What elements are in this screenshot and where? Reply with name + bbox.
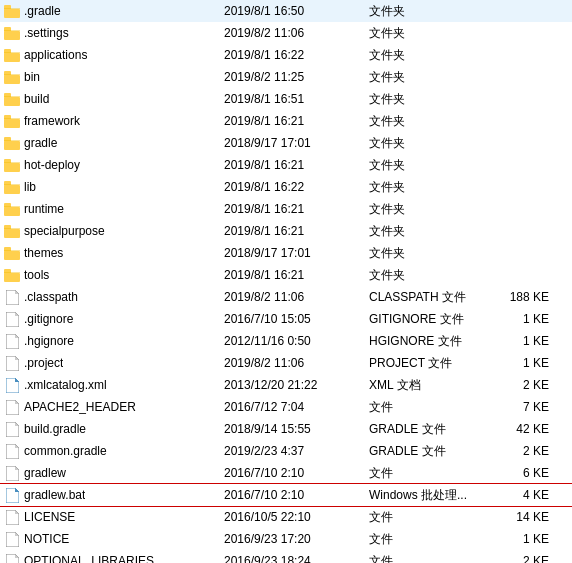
- svg-rect-24: [4, 185, 20, 194]
- file-date: 2019/8/1 16:21: [224, 158, 369, 172]
- file-name: .gradle: [24, 4, 61, 18]
- table-row[interactable]: common.gradle2019/2/23 4:37GRADLE 文件2 KE: [0, 440, 572, 462]
- file-type: CLASSPATH 文件: [369, 289, 489, 306]
- file-name: .hgignore: [24, 334, 74, 348]
- file-name: LICENSE: [24, 510, 75, 524]
- table-row[interactable]: build.gradle2018/9/14 15:55GRADLE 文件42 K…: [0, 418, 572, 440]
- svg-rect-30: [4, 229, 20, 238]
- table-row[interactable]: gradlew.bat2016/7/10 2:10Windows 批处理...4…: [0, 484, 572, 506]
- table-row[interactable]: .gradle2019/8/1 16:50文件夹: [0, 0, 572, 22]
- file-date: 2019/8/2 11:06: [224, 26, 369, 40]
- table-row[interactable]: .settings2019/8/2 11:06文件夹: [0, 22, 572, 44]
- svg-rect-7: [4, 49, 11, 54]
- file-date: 2016/7/12 7:04: [224, 400, 369, 414]
- file-name: gradle: [24, 136, 57, 150]
- file-name: common.gradle: [24, 444, 107, 458]
- table-row[interactable]: .hgignore2012/11/16 0:50HGIGNORE 文件1 KE: [0, 330, 572, 352]
- folder-icon: [4, 267, 20, 283]
- table-row[interactable]: lib2019/8/1 16:22文件夹: [0, 176, 572, 198]
- folder-icon: [4, 47, 20, 63]
- file-size: 2 KE: [489, 378, 549, 392]
- file-type: 文件夹: [369, 201, 489, 218]
- file-icon: [4, 311, 20, 327]
- file-type: XML 文档: [369, 377, 489, 394]
- svg-rect-23: [4, 162, 20, 163]
- table-row[interactable]: bin2019/8/2 11:25文件夹: [0, 66, 572, 88]
- svg-rect-3: [4, 31, 20, 40]
- table-row[interactable]: gradlew2016/7/10 2:10文件6 KE: [0, 462, 572, 484]
- table-row[interactable]: runtime2019/8/1 16:21文件夹: [0, 198, 572, 220]
- svg-rect-15: [4, 119, 20, 128]
- table-row[interactable]: build2019/8/1 16:51文件夹: [0, 88, 572, 110]
- file-name: specialpurpose: [24, 224, 105, 238]
- table-row[interactable]: .classpath2019/8/2 11:06CLASSPATH 文件188 …: [0, 286, 572, 308]
- file-type: 文件: [369, 509, 489, 526]
- table-row[interactable]: APACHE2_HEADER2016/7/12 7:04文件7 KE: [0, 396, 572, 418]
- folder-icon: [4, 179, 20, 195]
- table-row[interactable]: specialpurpose2019/8/1 16:21文件夹: [0, 220, 572, 242]
- file-date: 2016/7/10 2:10: [224, 466, 369, 480]
- file-name: .settings: [24, 26, 69, 40]
- table-row[interactable]: .gitignore2016/7/10 15:05GITIGNORE 文件1 K…: [0, 308, 572, 330]
- table-row[interactable]: LICENSE2016/10/5 22:10文件14 KE: [0, 506, 572, 528]
- svg-rect-22: [4, 159, 11, 164]
- svg-rect-4: [4, 27, 11, 32]
- file-date: 2019/8/1 16:21: [224, 224, 369, 238]
- svg-rect-19: [4, 137, 11, 142]
- table-row[interactable]: gradle2018/9/17 17:01文件夹: [0, 132, 572, 154]
- file-size: 4 KE: [489, 488, 549, 502]
- file-size: 1 KE: [489, 532, 549, 546]
- file-type: 文件夹: [369, 179, 489, 196]
- folder-icon: [4, 223, 20, 239]
- svg-rect-21: [4, 163, 20, 172]
- file-name: build.gradle: [24, 422, 86, 436]
- file-type: 文件: [369, 399, 489, 416]
- file-size: 1 KE: [489, 334, 549, 348]
- svg-rect-11: [4, 74, 20, 75]
- file-type: GITIGNORE 文件: [369, 311, 489, 328]
- file-type: 文件夹: [369, 135, 489, 152]
- table-row[interactable]: tools2019/8/1 16:21文件夹: [0, 264, 572, 286]
- file-name: APACHE2_HEADER: [24, 400, 136, 414]
- file-type: HGIGNORE 文件: [369, 333, 489, 350]
- table-row[interactable]: NOTICE2016/9/23 17:20文件1 KE: [0, 528, 572, 550]
- folder-icon: [4, 157, 20, 173]
- file-date: 2018/9/17 17:01: [224, 246, 369, 260]
- svg-rect-34: [4, 247, 11, 252]
- table-row[interactable]: framework2019/8/1 16:21文件夹: [0, 110, 572, 132]
- table-row[interactable]: .project2019/8/2 11:06PROJECT 文件1 KE: [0, 352, 572, 374]
- file-type: 文件夹: [369, 25, 489, 42]
- file-type: 文件夹: [369, 47, 489, 64]
- svg-rect-32: [4, 228, 20, 229]
- svg-rect-8: [4, 52, 20, 53]
- svg-rect-36: [4, 273, 20, 282]
- file-type: 文件夹: [369, 157, 489, 174]
- file-size: 2 KE: [489, 554, 549, 563]
- file-date: 2012/11/16 0:50: [224, 334, 369, 348]
- table-row[interactable]: .xmlcatalog.xml2013/12/20 21:22XML 文档2 K…: [0, 374, 572, 396]
- file-name: applications: [24, 48, 87, 62]
- file-name: OPTIONAL_LIBRARIES: [24, 554, 154, 563]
- file-name: themes: [24, 246, 63, 260]
- file-date: 2016/10/5 22:10: [224, 510, 369, 524]
- svg-rect-35: [4, 250, 20, 251]
- file-name: lib: [24, 180, 36, 194]
- file-name: hot-deploy: [24, 158, 80, 172]
- file-icon: [4, 531, 20, 547]
- table-row[interactable]: OPTIONAL_LIBRARIES2016/9/23 18:24文件2 KE: [0, 550, 572, 563]
- svg-rect-1: [4, 5, 11, 10]
- file-date: 2013/12/20 21:22: [224, 378, 369, 392]
- file-size: 188 KE: [489, 290, 549, 304]
- file-icon: [4, 399, 20, 415]
- file-date: 2016/9/23 18:24: [224, 554, 369, 563]
- file-date: 2019/8/1 16:22: [224, 180, 369, 194]
- folder-icon: [4, 245, 20, 261]
- table-row[interactable]: themes2018/9/17 17:01文件夹: [0, 242, 572, 264]
- file-date: 2019/8/1 16:51: [224, 92, 369, 106]
- file-date: 2019/2/23 4:37: [224, 444, 369, 458]
- file-name: .xmlcatalog.xml: [24, 378, 107, 392]
- table-row[interactable]: applications2019/8/1 16:22文件夹: [0, 44, 572, 66]
- file-name: gradlew.bat: [24, 488, 85, 502]
- table-row[interactable]: hot-deploy2019/8/1 16:21文件夹: [0, 154, 572, 176]
- svg-rect-10: [4, 71, 11, 76]
